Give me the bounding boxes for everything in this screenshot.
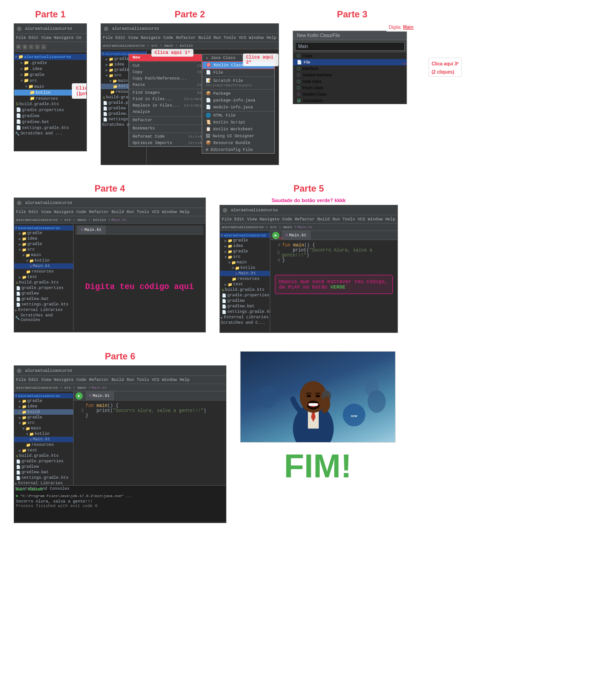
p6-tree-kotlin[interactable]: ▼📁kotlin (14, 431, 73, 437)
p6-code[interactable]: Code (76, 378, 86, 382)
p6-tree-gradle2[interactable]: ▶📁gradle (14, 415, 73, 420)
p6-tree-build[interactable]: ▶📁build (14, 409, 73, 415)
p5-tree-gradle2[interactable]: ▶📁gradle (220, 249, 270, 254)
p5-refactor[interactable]: Refactor (295, 217, 315, 222)
p3-interface-item[interactable]: ⬡Interface (293, 65, 407, 72)
toolbar-btn3[interactable]: ÷ (29, 44, 34, 49)
menu-view[interactable]: View (41, 36, 51, 40)
p2-run[interactable]: Run (214, 36, 221, 40)
sub-kotlinworksheet[interactable]: 📋 Kotlin Worksheet (202, 126, 274, 133)
p3-enumclass-item[interactable]: ⬡Enum class (293, 85, 407, 91)
p5-code[interactable]: Code (282, 217, 292, 222)
p4-tree-project[interactable]: ▼aluraatualizaocurso (14, 225, 73, 230)
p4-tree-test[interactable]: ▶📁test (14, 274, 73, 280)
p4-file[interactable]: File (16, 210, 26, 214)
p5-tree-test[interactable]: ▶📁test (220, 282, 270, 287)
p3-file-item[interactable]: 📄File (293, 59, 407, 65)
p6-tree-gradlew[interactable]: 📄gradlew (14, 464, 73, 470)
p6-tree-idea[interactable]: ▶📁idea (14, 404, 73, 409)
p6-navigate[interactable]: Navigate (54, 378, 74, 382)
sub-swing[interactable]: 🖼 Swing UI Designer (202, 133, 274, 139)
p6-help[interactable]: Help (180, 378, 190, 382)
p6-edit[interactable]: Edit (29, 378, 39, 382)
p2-edit[interactable]: Edit (116, 36, 126, 40)
sub-scratchfile[interactable]: 📝 Scratch File Ctrl+Alt+Shift+Insert (202, 77, 274, 89)
tree-idea[interactable]: ▶ 📁 .idea (14, 66, 86, 72)
p2-code[interactable]: Code (163, 36, 173, 40)
p5-tree-gradle[interactable]: ▶📁gradle (220, 238, 270, 243)
p5-tree-idea[interactable]: ▶📁idea (220, 243, 270, 249)
tree-build-gradle[interactable]: G build.gradle.kts (14, 102, 86, 107)
p5-tree-gradlew[interactable]: 📄gradlew (220, 298, 270, 304)
p6-tree-gprops[interactable]: 📄gradle.properties (14, 459, 73, 464)
p5-tree-main[interactable]: ▼📁main (220, 260, 270, 265)
p6-tree-main[interactable]: ▼📁main (14, 426, 73, 431)
p6-play-button[interactable]: ▶ (75, 392, 83, 400)
p4-tree-settings[interactable]: 📄settings.gradle.kts (14, 302, 73, 307)
p2-refactor[interactable]: Refactor (176, 36, 196, 40)
p6-tools[interactable]: Tools (137, 378, 149, 382)
p5-help[interactable]: Help (386, 217, 396, 222)
menu-edit[interactable]: Edit (29, 36, 39, 40)
tree-gradlew[interactable]: 📄 gradlew (14, 113, 86, 119)
p4-tree-kotlin[interactable]: ▼📁kotlin (14, 258, 73, 263)
p3-dataclass-item[interactable]: ⬡Data class (293, 78, 407, 85)
menu-file[interactable]: File (16, 36, 26, 40)
p6-tree-src[interactable]: ▼📁src (14, 420, 73, 426)
tree-settings[interactable]: 📄 settings.gradle.kts (14, 125, 86, 131)
p4-run[interactable]: Run (127, 210, 134, 214)
toolbar-btn5[interactable]: — (41, 44, 46, 49)
p2-view[interactable]: View (128, 36, 138, 40)
p4-tree-resources[interactable]: 📁resources (14, 269, 73, 274)
p5-tree-project[interactable]: ▼aluraatualizaocurso (220, 233, 270, 238)
p4-tab-mainkt[interactable]: K Main.kt (77, 225, 106, 234)
p6-tree-bat[interactable]: 📄gradlew.bat (14, 470, 73, 475)
p3-sealed-interface-item[interactable]: ⬡Sealed interface (293, 72, 407, 78)
p5-tree-src[interactable]: ▼📁src (220, 254, 270, 260)
p5-vcs[interactable]: VCS (358, 217, 365, 222)
tree-project[interactable]: ▼ 📁 aluraatualizaocurso (14, 54, 86, 60)
p5-run[interactable]: Run (332, 217, 340, 222)
p5-tree-settings[interactable]: 📄settings.gradle.kts (220, 309, 270, 315)
p6-tree-settings[interactable]: 📄settings.gradle.kts (14, 475, 73, 481)
p6-vcs[interactable]: VCS (152, 378, 159, 382)
menu-navigate[interactable]: Navigate (54, 36, 74, 40)
p6-tree-resources[interactable]: 📁resources (14, 442, 73, 448)
tree-gradle[interactable]: ▶ 📁 .gradle (14, 60, 86, 66)
p2-navigate[interactable]: Navigate (141, 36, 161, 40)
toolbar-btn1[interactable]: ≡ (16, 44, 21, 49)
p4-tree-gradle2[interactable]: ▶📁gradle (14, 241, 73, 247)
sub-editorconfig[interactable]: ⚙ EditorConfig File (202, 146, 274, 153)
sub-resource[interactable]: 📦 Resource Bundle (202, 139, 274, 146)
p4-tree-extlibs[interactable]: ▶External Libraries (14, 307, 73, 313)
p6-run[interactable]: Run (127, 378, 134, 382)
p5-edit[interactable]: Edit (235, 217, 245, 222)
p6-tree-project[interactable]: ▼aluraatualizaocurso (14, 393, 73, 398)
p5-view[interactable]: View (247, 217, 257, 222)
p6-tree-extlibs[interactable]: ▶External Libraries (14, 481, 73, 486)
sub-kotlinscript[interactable]: 📜 Kotlin Script (202, 119, 274, 126)
p6-tree-mainkt[interactable]: KMain.kt (14, 437, 73, 442)
p4-tree-gprops[interactable]: 📄gradle.properties (14, 285, 73, 291)
p2-help[interactable]: Help (267, 36, 277, 40)
menu-co[interactable]: Co (76, 36, 81, 40)
p3-sealedclass-item[interactable]: ⬡Sealed Class (293, 91, 407, 97)
tree-scratches[interactable]: 🔧 Scratches and ... (14, 131, 86, 136)
p3-class-item[interactable]: ⬡Class (293, 53, 407, 59)
p5-build[interactable]: Build (317, 217, 330, 222)
p2-vcs[interactable]: VCS (239, 36, 246, 40)
p5-tree-buildg[interactable]: Gbuild.gradle.kts (220, 287, 270, 293)
p2-file[interactable]: File (103, 36, 113, 40)
p5-tree-bat[interactable]: 📄gradlew.bat (220, 304, 270, 309)
p6-view[interactable]: View (41, 378, 51, 382)
p6-window[interactable]: Window (162, 378, 177, 382)
sub-html[interactable]: 🌐 HTML File (202, 112, 274, 119)
p6-build[interactable]: Build (112, 378, 124, 382)
p4-tree-main[interactable]: ▼📁main (14, 252, 73, 258)
p4-vcs[interactable]: VCS (152, 210, 159, 214)
p4-tools[interactable]: Tools (137, 210, 149, 214)
p6-tab-mainkt[interactable]: K Main.kt (86, 391, 114, 400)
p6-tree-buildg[interactable]: Gbuild.gradle.kts (14, 453, 73, 459)
p4-tree-buildg[interactable]: Gbuild.gradle.kts (14, 280, 73, 285)
p5-tree-resources[interactable]: 📁resources (220, 276, 270, 282)
